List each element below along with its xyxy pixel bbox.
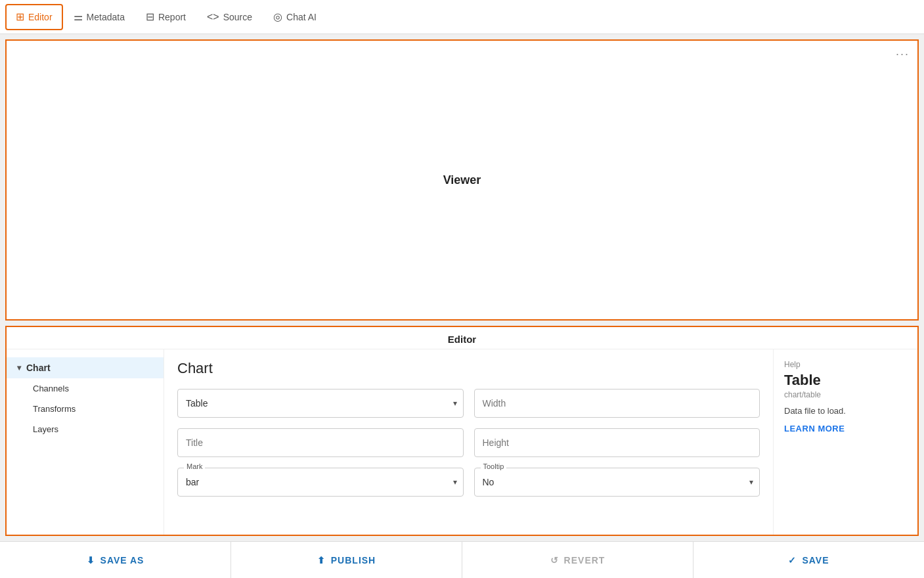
tab-chat-ai-label: Chat AI [286,12,317,22]
tab-source-label: Source [223,12,252,22]
report-icon: ⊟ [146,11,154,23]
width-field [474,389,760,418]
viewer-panel: Viewer ··· [5,39,919,321]
editor-icon: ⊞ [16,11,24,23]
mark-label: Mark [184,462,205,470]
title-field [177,428,464,457]
revert-button[interactable]: ↺ REVERT [462,542,693,578]
sidebar-item-layers-label: Layers [33,424,58,434]
bottom-bar: ⬇ SAVE AS ⬆ PUBLISH ↺ REVERT ✓ SAVE [0,541,924,578]
editor-panel: Editor ▾ Chart Channels Transforms Layer… [5,326,919,536]
source-icon: <> [207,11,219,23]
sidebar-item-transforms[interactable]: Transforms [7,399,164,419]
learn-more-link[interactable]: LEARN MORE [784,424,907,434]
help-label: Help [784,360,907,369]
save-check-icon: ✓ [788,555,797,566]
width-input[interactable] [474,389,760,418]
revert-label: REVERT [564,555,605,566]
tab-chat-ai[interactable]: ◎ Chat AI [263,4,327,30]
form-row-2 [177,428,760,457]
editor-section-title: Chart [177,360,760,377]
tab-report-label: Report [158,12,186,22]
help-title: Table [784,372,907,389]
main-content: Viewer ··· Editor ▾ Chart Channels Trans… [0,34,924,541]
editor-panel-header: Editor [7,327,917,349]
sidebar-item-transforms-label: Transforms [33,404,76,414]
help-description: Data file to load. [784,406,907,416]
sidebar-item-chart-label: Chart [26,363,51,373]
tab-source[interactable]: <> Source [196,4,263,30]
mark-select[interactable]: bar line point area [177,468,464,497]
sidebar-item-chart[interactable]: ▾ Chart [7,357,164,378]
viewer-title: Viewer [443,173,481,187]
editor-panel-body: ▾ Chart Channels Transforms Layers Chart [7,349,917,535]
sidebar-item-channels-label: Channels [33,384,69,393]
save-as-label: SAVE AS [100,555,144,566]
save-label: SAVE [802,555,829,566]
revert-icon: ↺ [550,555,559,566]
height-input[interactable] [474,428,760,457]
tab-metadata[interactable]: ⚌ Metadata [63,4,135,30]
chevron-down-icon: ▾ [17,363,21,372]
editor-main: Chart Table ▾ [164,349,773,535]
chat-ai-icon: ◎ [273,11,282,23]
tab-metadata-label: Metadata [87,12,125,22]
help-subtitle: chart/table [784,390,907,399]
tab-report[interactable]: ⊟ Report [135,4,196,30]
title-input[interactable] [177,428,464,457]
publish-label: PUBLISH [331,555,376,566]
viewer-menu-button[interactable]: ··· [896,47,910,61]
save-as-icon: ⬇ [87,555,95,566]
height-field [474,428,760,457]
publish-button[interactable]: ⬆ PUBLISH [231,542,462,578]
form-row-3: Mark bar line point area ▾ Tooltip No [177,468,760,497]
form-row-1: Table ▾ [177,389,760,418]
tooltip-field: Tooltip No Yes ▾ [474,468,760,497]
tab-editor[interactable]: ⊞ Editor [5,4,63,30]
save-as-button[interactable]: ⬇ SAVE AS [0,542,231,578]
table-select[interactable]: Table [177,389,464,418]
metadata-icon: ⚌ [74,11,83,23]
table-field: Table ▾ [177,389,464,418]
sidebar-item-channels[interactable]: Channels [7,378,164,399]
tooltip-select[interactable]: No Yes [474,468,760,497]
sidebar: ▾ Chart Channels Transforms Layers [7,349,164,535]
tab-editor-label: Editor [28,12,53,22]
tab-bar: ⊞ Editor ⚌ Metadata ⊟ Report <> Source ◎… [0,0,924,34]
save-button[interactable]: ✓ SAVE [693,542,924,578]
mark-field: Mark bar line point area ▾ [177,468,464,497]
publish-icon: ⬆ [317,555,326,566]
help-panel: Help Table chart/table Data file to load… [773,349,917,535]
tooltip-label: Tooltip [481,462,507,470]
sidebar-item-layers[interactable]: Layers [7,419,164,439]
